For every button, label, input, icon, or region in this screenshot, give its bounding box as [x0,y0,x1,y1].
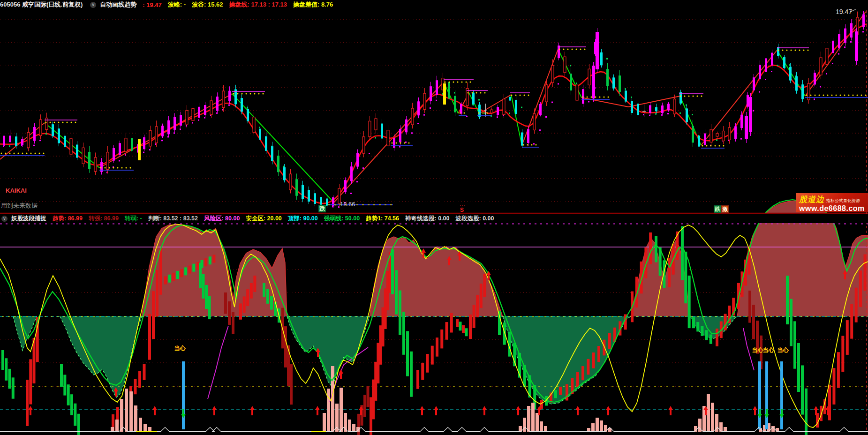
topbar-indicator-name-main[interactable]: 自动画线趋势 [100,0,136,9]
indrow-trend1: 趋势1: 74.56 [366,215,399,223]
indrow-safe-zone: 安全区: 20.00 [246,215,281,223]
caution-label: 当心 [777,346,789,354]
fall-tag: 跌 [318,205,326,212]
chevron-down-icon[interactable]: ∨ [1,216,8,222]
indrow-top-line: 顶部: 90.00 [288,215,318,223]
kaikai-watermark: KAIKAI [6,187,27,194]
topbar-wave-valley: 波谷: 15.62 [192,0,223,9]
caution-label: 当心 [174,345,186,352]
indrow-turn-strong: 转强: 86.99 [89,215,119,223]
future-data-note: 用到未来数据 [1,202,38,210]
trading-terminal: 605056 咸亨国际(日线.前复权)∨自动画线趋势: 19.47波峰: -波谷… [0,0,868,435]
vendor-logo[interactable]: 股道边指标公式量化资源 www.de6688.com [796,193,868,212]
indrow-risk-zone: 风险区: 80.00 [204,215,240,223]
indrow-indicator-name-sub[interactable]: 妖股波段捕捉 [11,215,46,223]
logo-url[interactable]: www.de6688.com [799,204,868,213]
indrow-turn-weak: 转弱: - [125,215,142,223]
indrow-strength-line: 强弱线: 50.00 [324,215,360,223]
indrow-trend: 趋势: 86.99 [53,215,83,223]
topbar-op-line: 操盘线: 17.13 : 17.13 [229,0,287,9]
caution-label: 当心 [752,346,763,354]
indrow-judge: 判断: 83.52 : 83.52 [148,215,198,223]
sell-mark: S [460,207,464,213]
indrow-magic-pick: 神奇线选股: 0.00 [405,215,449,223]
valley-price-label: ←18.66 [334,201,355,208]
indicator-param-row: ∨妖股波段捕捉趋势: 86.99转强: 86.99转弱: -判断: 83.52 … [0,214,868,223]
topbar-stock-title[interactable]: 605056 咸亨国际(日线.前复权) [0,0,83,9]
caution-label: 当心 [763,346,774,354]
topbar-wave-peak: 波峰: - [168,0,186,9]
topbar-main-value: : 19.47 [143,1,161,8]
topbar-op-diff: 操盘差值: 8.76 [293,0,333,9]
chevron-down-icon[interactable]: ∨ [90,2,96,8]
tag-red: 激 [721,205,729,213]
tag-green: 跌 [714,205,721,213]
top-info-bar: 605056 咸亨国际(日线.前复权)∨自动画线趋势: 19.47波峰: -波谷… [0,0,868,9]
logo-brand: 股道边 [799,194,824,205]
logo-subtitle: 指标公式量化资源 [826,198,860,204]
indrow-band-pick: 波段选股: 0.00 [456,215,494,223]
